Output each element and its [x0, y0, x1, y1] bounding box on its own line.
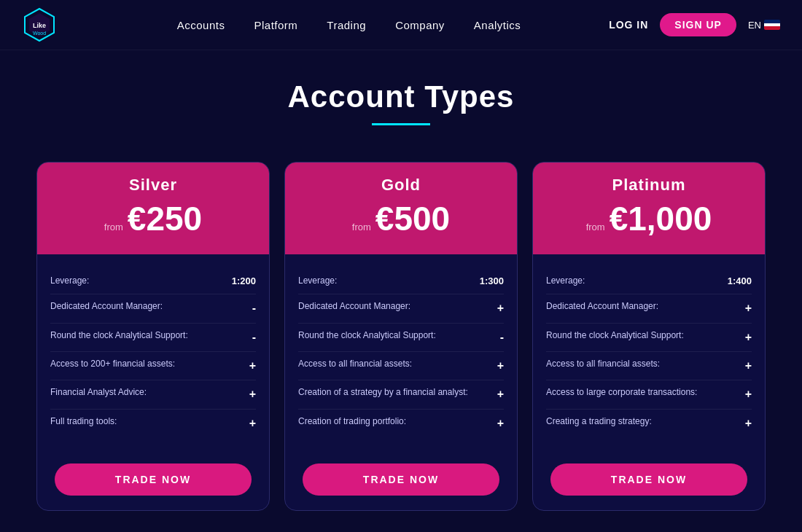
card-silver-feature-2-label: Round the clock Analytical Support: — [50, 329, 252, 342]
nav-company[interactable]: Company — [395, 19, 445, 31]
card-platinum-feature-2: Round the clock Analytical Support:+ — [546, 324, 752, 352]
card-gold-feature-3-value: + — [497, 358, 504, 374]
cards-container: Silverfrom€250Leverage:1:200Dedicated Ac… — [0, 140, 802, 532]
nav-accounts[interactable]: Accounts — [177, 19, 225, 31]
card-silver-feature-3-label: Access to 200+ financial assets: — [50, 358, 249, 370]
card-silver-feature-4-label: Financial Analyst Advice: — [50, 386, 249, 399]
card-gold-feature-2-value: - — [500, 329, 504, 345]
nav-analytics[interactable]: Analytics — [474, 19, 521, 31]
card-platinum-feature-4-value: + — [745, 386, 752, 402]
card-gold-feature-0-value: 1:300 — [480, 275, 504, 288]
card-platinum: Platinumfrom€1,000Leverage:1:400Dedicate… — [532, 162, 766, 511]
nav-trading[interactable]: Trading — [327, 19, 366, 31]
card-gold-feature-0-label: Leverage: — [298, 275, 480, 287]
card-gold-body: Leverage:1:300Dedicated Account Manager:… — [285, 254, 517, 452]
card-platinum-feature-0: Leverage:1:400 — [546, 269, 752, 294]
card-silver-title: Silver — [52, 176, 254, 195]
title-underline — [372, 123, 430, 125]
card-platinum-feature-3: Access to all financial assets:+ — [546, 352, 752, 380]
card-gold-feature-4-value: + — [497, 386, 504, 402]
card-silver-feature-0: Leverage:1:200 — [50, 269, 256, 294]
card-gold-from-label: from — [352, 222, 371, 232]
card-platinum-from-label: from — [586, 222, 605, 232]
nav-platform[interactable]: Platform — [254, 19, 297, 31]
card-platinum-price-row: from€1,000 — [548, 199, 750, 238]
page-title: Account Types — [15, 79, 787, 114]
card-gold-feature-3: Access to all financial assets:+ — [298, 352, 504, 380]
card-gold-trade-button[interactable]: TRADE NOW — [303, 463, 499, 496]
card-platinum-feature-4-label: Access to large corporate transactions: — [546, 386, 745, 399]
logo[interactable]: Like Wood — [22, 7, 60, 42]
card-gold-feature-5: Creation of trading portfolio:+ — [298, 410, 504, 437]
card-gold-feature-2: Round the clock Analytical Support:- — [298, 324, 504, 352]
card-silver-feature-1-label: Dedicated Account Manager: — [50, 300, 252, 313]
card-gold-price-row: from€500 — [300, 199, 502, 238]
card-gold-feature-4: Creation of a strategy by a financial an… — [298, 380, 504, 409]
login-button[interactable]: LOG IN — [609, 19, 648, 31]
card-silver: Silverfrom€250Leverage:1:200Dedicated Ac… — [36, 162, 270, 511]
card-gold-feature-4-label: Creation of a strategy by a financial an… — [298, 386, 497, 399]
card-platinum-feature-0-value: 1:400 — [728, 275, 752, 288]
card-silver-feature-4-value: + — [249, 386, 256, 402]
card-gold-price: €500 — [375, 199, 450, 238]
card-silver-feature-1: Dedicated Account Manager:- — [50, 294, 256, 323]
card-silver-feature-0-label: Leverage: — [50, 275, 232, 287]
card-platinum-price: €1,000 — [610, 199, 712, 238]
card-platinum-body: Leverage:1:400Dedicated Account Manager:… — [533, 254, 765, 452]
card-silver-body: Leverage:1:200Dedicated Account Manager:… — [37, 254, 269, 452]
card-platinum-feature-0-label: Leverage: — [546, 275, 728, 287]
card-silver-feature-0-value: 1:200 — [232, 275, 256, 288]
card-silver-feature-4: Financial Analyst Advice:+ — [50, 380, 256, 409]
card-silver-trade-button[interactable]: TRADE NOW — [55, 463, 252, 496]
flag-icon — [764, 20, 780, 30]
card-platinum-feature-1: Dedicated Account Manager:+ — [546, 294, 752, 323]
nav-right: LOG IN SIGN UP EN — [609, 13, 780, 36]
card-gold-feature-1-label: Dedicated Account Manager: — [298, 300, 497, 313]
card-gold-feature-1: Dedicated Account Manager:+ — [298, 294, 504, 323]
svg-text:Like: Like — [33, 22, 46, 29]
card-silver-feature-3-value: + — [249, 358, 256, 374]
card-silver-feature-2: Round the clock Analytical Support:- — [50, 324, 256, 352]
card-platinum-footer: TRADE NOW — [533, 452, 765, 510]
card-gold: Goldfrom€500Leverage:1:300Dedicated Acco… — [284, 162, 518, 511]
card-silver-feature-3: Access to 200+ financial assets:+ — [50, 352, 256, 380]
card-platinum-feature-2-value: + — [745, 329, 752, 345]
nav-links: Accounts Platform Trading Company Analyt… — [89, 19, 609, 31]
signup-button[interactable]: SIGN UP — [660, 13, 736, 36]
card-gold-feature-5-label: Creation of trading portfolio: — [298, 415, 497, 428]
card-gold-feature-0: Leverage:1:300 — [298, 269, 504, 294]
card-silver-price: €250 — [128, 199, 202, 238]
card-silver-feature-1-value: - — [252, 300, 256, 316]
card-platinum-title: Platinum — [548, 176, 750, 195]
card-platinum-feature-5: Creating a trading strategy:+ — [546, 410, 752, 437]
svg-text:Wood: Wood — [33, 31, 46, 36]
card-platinum-header: Platinumfrom€1,000 — [533, 163, 765, 254]
card-gold-header: Goldfrom€500 — [285, 163, 517, 254]
language-selector[interactable]: EN — [748, 20, 780, 31]
card-gold-feature-5-value: + — [497, 415, 504, 431]
card-gold-feature-3-label: Access to all financial assets: — [298, 358, 497, 370]
card-silver-feature-5-label: Full trading tools: — [50, 415, 249, 428]
card-gold-title: Gold — [300, 176, 502, 195]
card-platinum-trade-button[interactable]: TRADE NOW — [550, 463, 747, 496]
card-platinum-feature-2-label: Round the clock Analytical Support: — [546, 329, 745, 342]
card-platinum-feature-5-label: Creating a trading strategy: — [546, 415, 745, 428]
card-silver-feature-5-value: + — [249, 415, 256, 431]
card-gold-feature-2-label: Round the clock Analytical Support: — [298, 329, 500, 342]
card-silver-feature-2-value: - — [252, 329, 256, 345]
navbar: Like Wood Accounts Platform Trading Comp… — [0, 0, 802, 50]
card-platinum-feature-4: Access to large corporate transactions:+ — [546, 380, 752, 409]
card-gold-footer: TRADE NOW — [285, 452, 517, 510]
hero-section: Account Types — [0, 50, 802, 140]
card-platinum-feature-5-value: + — [745, 415, 752, 431]
card-silver-footer: TRADE NOW — [37, 452, 269, 510]
card-platinum-feature-1-value: + — [745, 300, 752, 316]
card-platinum-feature-3-value: + — [745, 358, 752, 374]
card-platinum-feature-3-label: Access to all financial assets: — [546, 358, 745, 370]
card-silver-feature-5: Full trading tools:+ — [50, 410, 256, 437]
card-platinum-feature-1-label: Dedicated Account Manager: — [546, 300, 745, 313]
card-silver-header: Silverfrom€250 — [37, 163, 269, 254]
lang-label: EN — [748, 20, 761, 31]
card-silver-from-label: from — [104, 222, 123, 232]
card-silver-price-row: from€250 — [52, 199, 254, 238]
